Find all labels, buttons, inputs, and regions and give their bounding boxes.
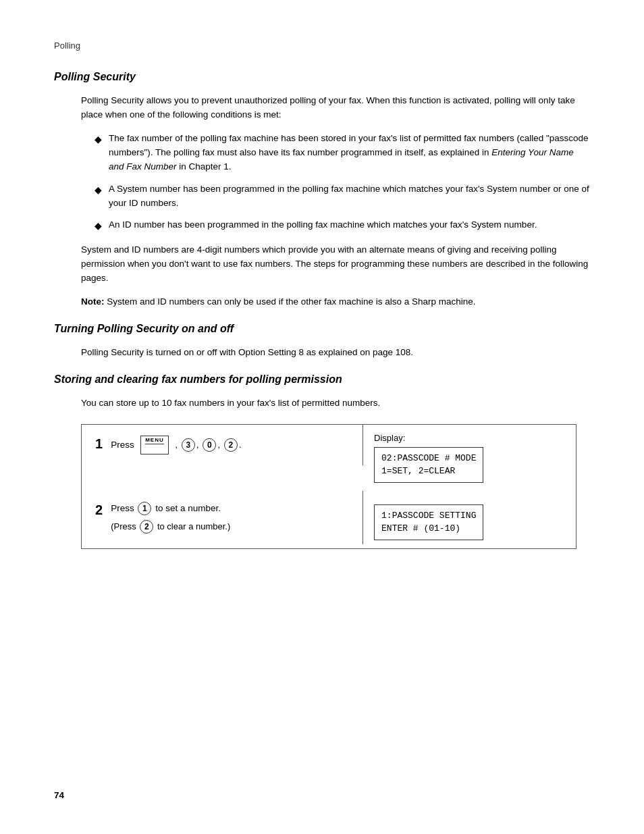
step-1-right: Display: 02:PASSCODE # MODE 1=SET, 2=CLE… [363,424,576,491]
step-row-2: 2 Press 1 to set a number. (Press 2 to c… [82,491,576,549]
bullet-diamond-1: ◆ [95,132,102,147]
step-2-number: 2 [95,502,103,518]
step-1-press-label: Press [111,440,136,450]
steps-table: 1 Press MENU , 3, 0, 2. Display: 02:PASS… [81,424,576,549]
bullet-item-2: ◆ A System number has been programmed in… [95,182,590,211]
turning-polling-section: Turning Polling Security on and off Poll… [54,323,590,360]
step-1-keys: , 3, 0, 2. [172,440,241,450]
step-row-1: 1 Press MENU , 3, 0, 2. Display: 02:PASS… [82,424,576,491]
step-1-number: 1 [95,436,103,452]
polling-security-section: Polling Security Polling Security allows… [54,71,590,309]
polling-security-bullets: ◆ The fax number of the polling fax mach… [95,132,590,234]
step-2-display-line2: ENTER # (01-10) [381,523,460,533]
key-3: 3 [182,438,195,452]
polling-body2: System and ID numbers are 4-digit number… [81,243,590,286]
step-2-paren-press: (Press [111,521,138,531]
bullet-diamond-2: ◆ [95,183,102,198]
step-2-sub: (Press 2 to clear a number.) [111,520,349,534]
turning-polling-body: Polling Security is turned on or off wit… [81,346,590,360]
step-1-left: 1 Press MENU , 3, 0, 2. [82,425,363,466]
bullet-text-3: An ID number has been programmed in the … [109,218,537,232]
header-text: Polling [54,41,80,51]
step-2-display-line1: 1:PASSCODE SETTING [381,511,476,521]
page-number: 74 [54,790,64,800]
storing-clearing-title: Storing and clearing fax numbers for pol… [54,373,590,386]
key-0: 0 [203,438,216,452]
note-content: System and ID numbers can only be used i… [107,296,475,307]
step-1-display-line1: 02:PASSCODE # MODE [381,453,476,463]
page-header: Polling [54,41,590,51]
polling-security-title: Polling Security [54,71,590,83]
note-label: Note: [81,296,105,307]
key-1: 1 [138,502,151,515]
key-2-step2: 2 [140,520,153,533]
step-2-main: Press 1 to set a number. [111,502,349,516]
step-1-content: Press MENU , 3, 0, 2. [111,436,349,455]
bullet-item-3: ◆ An ID number has been programmed in th… [95,218,590,234]
step-1-display-label: Display: [374,433,565,443]
storing-clearing-body: You can store up to 10 fax numbers in yo… [81,396,590,411]
step-2-to-set: to set a number. [153,503,221,513]
step-2-to-clear: to clear a number.) [155,521,230,531]
key-2-step1: 2 [224,438,238,452]
step-2-right: 1:PASSCODE SETTING ENTER # (01-10) [363,491,576,549]
menu-key: MENU [140,436,169,455]
polling-note: Note: System and ID numbers can only be … [81,295,590,309]
polling-security-intro: Polling Security allows you to prevent u… [81,94,590,122]
step-2-display-box: 1:PASSCODE SETTING ENTER # (01-10) [374,504,483,540]
step-2-left: 2 Press 1 to set a number. (Press 2 to c… [82,491,363,544]
turning-polling-title: Turning Polling Security on and off [54,323,590,335]
step-1-display-box: 02:PASSCODE # MODE 1=SET, 2=CLEAR [374,447,483,483]
bullet-diamond-3: ◆ [95,219,102,234]
bullet-text-2: A System number has been programmed in t… [109,182,590,211]
page-container: Polling Polling Security Polling Securit… [0,0,644,834]
bullet-item-1: ◆ The fax number of the polling fax mach… [95,132,590,174]
storing-clearing-section: Storing and clearing fax numbers for pol… [54,373,590,549]
bullet-text-1: The fax number of the polling fax machin… [109,132,590,174]
step-2-press: Press [111,503,136,513]
step-1-display-line2: 1=SET, 2=CLEAR [381,466,455,476]
step-2-content: Press 1 to set a number. (Press 2 to cle… [111,502,349,533]
